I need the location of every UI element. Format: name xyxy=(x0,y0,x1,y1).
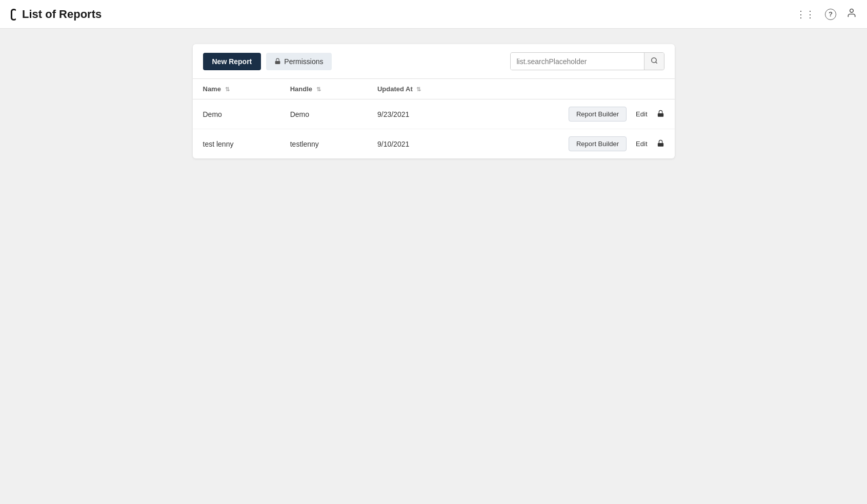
svg-point-0 xyxy=(850,9,854,13)
cell-handle: Demo xyxy=(280,99,367,129)
table-row: Demo Demo 9/23/2021 Report Builder Edit xyxy=(193,99,675,129)
svg-rect-1 xyxy=(275,61,280,64)
svg-line-3 xyxy=(655,62,657,64)
header: ʗ List of Reports ⋮⋮ ? xyxy=(0,0,867,29)
permissions-button[interactable]: Permissions xyxy=(266,53,331,70)
table-header: Name ⇅ Handle ⇅ Updated At ⇅ xyxy=(193,79,675,99)
cell-actions: Report Builder Edit xyxy=(477,99,675,129)
header-left: ʗ List of Reports xyxy=(10,8,102,21)
permissions-label: Permissions xyxy=(284,57,323,66)
user-icon[interactable] xyxy=(846,8,857,21)
reports-table: Name ⇅ Handle ⇅ Updated At ⇅ Demo xyxy=(193,79,675,158)
reports-card: New Report Permissions xyxy=(193,44,675,158)
cell-name: test lenny xyxy=(193,129,280,159)
new-report-button[interactable]: New Report xyxy=(203,53,261,70)
cell-actions: Report Builder Edit xyxy=(477,129,675,159)
search-wrapper xyxy=(510,52,664,70)
sort-icon-updated-at: ⇅ xyxy=(416,86,421,93)
edit-button[interactable]: Edit xyxy=(632,137,651,151)
col-header-actions xyxy=(477,79,675,99)
help-icon[interactable]: ? xyxy=(825,9,836,20)
report-builder-button[interactable]: Report Builder xyxy=(569,136,627,151)
toolbar: New Report Permissions xyxy=(193,44,675,79)
sort-icon-name: ⇅ xyxy=(225,86,230,93)
search-input[interactable] xyxy=(511,53,644,70)
toolbar-right xyxy=(510,52,664,70)
header-right: ⋮⋮ ? xyxy=(796,8,857,21)
report-builder-button[interactable]: Report Builder xyxy=(569,107,627,122)
col-header-updated-at[interactable]: Updated At ⇅ xyxy=(367,79,477,99)
sort-icon-handle: ⇅ xyxy=(316,86,321,93)
lock-permissions-icon xyxy=(274,58,281,65)
svg-rect-5 xyxy=(657,143,663,146)
lock-icon[interactable] xyxy=(657,139,664,149)
cell-name: Demo xyxy=(193,99,280,129)
lock-icon[interactable] xyxy=(657,110,664,119)
grid-icon[interactable]: ⋮⋮ xyxy=(796,9,815,20)
table-row: test lenny testlenny 9/10/2021 Report Bu… xyxy=(193,129,675,159)
search-icon xyxy=(651,57,658,64)
main-content: New Report Permissions xyxy=(183,29,685,174)
page-title: List of Reports xyxy=(22,8,102,21)
cell-updated-at: 9/23/2021 xyxy=(367,99,477,129)
logo-icon[interactable]: ʗ xyxy=(10,8,16,21)
col-header-handle[interactable]: Handle ⇅ xyxy=(280,79,367,99)
edit-button[interactable]: Edit xyxy=(632,107,651,121)
cell-handle: testlenny xyxy=(280,129,367,159)
search-button[interactable] xyxy=(644,53,664,70)
cell-updated-at: 9/10/2021 xyxy=(367,129,477,159)
svg-rect-4 xyxy=(657,113,663,116)
toolbar-left: New Report Permissions xyxy=(203,53,332,70)
col-header-name[interactable]: Name ⇅ xyxy=(193,79,280,99)
table-body: Demo Demo 9/23/2021 Report Builder Edit … xyxy=(193,99,675,159)
